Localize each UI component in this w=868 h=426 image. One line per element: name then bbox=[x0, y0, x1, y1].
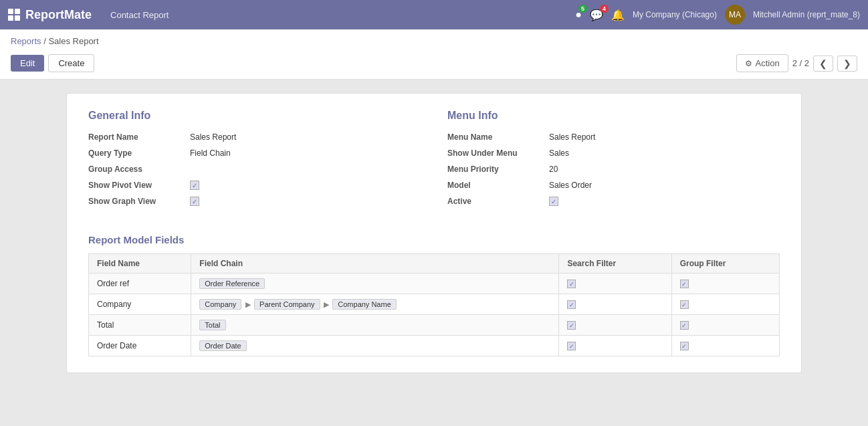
bell-icon[interactable]: 🔔 bbox=[611, 9, 625, 21]
cell-field-chain: Order Date bbox=[191, 336, 559, 356]
label-show-pivot: Show Pivot View bbox=[88, 181, 182, 190]
toolbar-area: Reports / Sales Report Edit Create ⚙ Act… bbox=[0, 29, 868, 80]
group-filter-check: ✓ bbox=[680, 280, 689, 288]
value-query-type: Field Chain bbox=[190, 148, 231, 158]
field-group-access: Group Access bbox=[88, 165, 421, 174]
breadcrumb-parent[interactable]: Reports bbox=[11, 36, 41, 46]
pagination: 2 / 2 ❮ ❯ bbox=[792, 56, 857, 72]
contact-report-menu[interactable]: Contact Report bbox=[105, 7, 174, 23]
field-model: Model Sales Order bbox=[447, 181, 780, 190]
table-row: Order Date Order Date ✓ ✓ bbox=[89, 336, 780, 356]
field-active: Active ✓ bbox=[447, 197, 780, 206]
chain-tag: Order Date bbox=[199, 340, 246, 351]
cell-search-filter: ✓ bbox=[559, 336, 671, 356]
label-model: Model bbox=[447, 181, 541, 190]
table-row: Order ref Order Reference ✓ ✓ bbox=[89, 274, 780, 294]
checkbox-active: ✓ bbox=[549, 197, 558, 206]
label-query-type: Query Type bbox=[88, 148, 182, 158]
menu-info-col: Menu Info Menu Name Sales Report Show Un… bbox=[447, 110, 780, 213]
user-name: Mitchell Admin (reprt_mate_8) bbox=[753, 10, 860, 19]
field-report-name: Report Name Sales Report bbox=[88, 132, 421, 142]
table-header-row: Field Name Field Chain Search Filter Gro… bbox=[89, 254, 780, 274]
col-field-name: Field Name bbox=[89, 254, 191, 274]
app-name: ReportMate bbox=[25, 8, 92, 22]
label-group-access: Group Access bbox=[88, 165, 182, 174]
cell-field-name: Order Date bbox=[89, 336, 191, 356]
cell-field-chain: Company ▶ Parent Company ▶ Company Name bbox=[191, 294, 559, 315]
info-columns: General Info Report Name Sales Report Qu… bbox=[88, 110, 780, 213]
general-info-title: General Info bbox=[88, 110, 421, 122]
chain-tag: Parent Company bbox=[254, 299, 320, 310]
main-content: General Info Report Name Sales Report Qu… bbox=[0, 80, 868, 387]
col-group-filter: Group Filter bbox=[671, 254, 779, 274]
next-button[interactable]: ❯ bbox=[837, 56, 857, 72]
topnav-right: ● 5 💬 4 🔔 My Company (Chicago) MA Mitche… bbox=[575, 5, 860, 25]
cell-search-filter: ✓ bbox=[559, 274, 671, 294]
search-filter-check: ✓ bbox=[567, 300, 576, 309]
search-filter-check: ✓ bbox=[567, 280, 576, 288]
action-button[interactable]: ⚙ Action bbox=[736, 54, 788, 72]
prev-button[interactable]: ❮ bbox=[813, 56, 833, 72]
col-field-chain: Field Chain bbox=[191, 254, 559, 274]
menu-info-title: Menu Info bbox=[447, 110, 780, 122]
breadcrumb-current: Sales Report bbox=[48, 36, 98, 46]
cell-field-chain: Total bbox=[191, 315, 559, 336]
label-show-under-menu: Show Under Menu bbox=[447, 148, 541, 158]
notifications-icon[interactable]: ● 5 bbox=[575, 9, 582, 21]
report-model-table: Field Name Field Chain Search Filter Gro… bbox=[88, 253, 780, 356]
main-card: General Info Report Name Sales Report Qu… bbox=[66, 93, 802, 373]
search-filter-check: ✓ bbox=[567, 342, 576, 350]
label-report-name: Report Name bbox=[88, 132, 182, 142]
cell-field-name: Company bbox=[89, 294, 191, 315]
checkbox-show-graph: ✓ bbox=[190, 197, 199, 206]
field-query-type: Query Type Field Chain bbox=[88, 148, 421, 158]
cell-search-filter: ✓ bbox=[559, 315, 671, 336]
cell-field-chain: Order Reference bbox=[191, 274, 559, 294]
cell-group-filter: ✓ bbox=[671, 315, 779, 336]
company-name: My Company (Chicago) bbox=[633, 10, 717, 19]
label-menu-name: Menu Name bbox=[447, 132, 541, 142]
value-report-name: Sales Report bbox=[190, 132, 236, 142]
chain-arrow-icon: ▶ bbox=[245, 300, 251, 308]
value-menu-priority: 20 bbox=[549, 165, 558, 174]
field-menu-priority: Menu Priority 20 bbox=[447, 165, 780, 174]
label-menu-priority: Menu Priority bbox=[447, 165, 541, 174]
report-model-fields-section: Report Model Fields Field Name Field Cha… bbox=[88, 234, 780, 356]
avatar[interactable]: MA bbox=[725, 5, 745, 25]
general-info-col: General Info Report Name Sales Report Qu… bbox=[88, 110, 421, 213]
cell-group-filter: ✓ bbox=[671, 336, 779, 356]
value-show-under-menu: Sales bbox=[549, 148, 569, 158]
checkbox-show-pivot: ✓ bbox=[190, 181, 199, 190]
value-menu-name: Sales Report bbox=[549, 132, 595, 142]
edit-button[interactable]: Edit bbox=[11, 55, 44, 72]
notification-badge: 5 bbox=[578, 5, 587, 13]
group-filter-check: ✓ bbox=[680, 342, 689, 350]
breadcrumb-separator: / bbox=[43, 36, 46, 46]
table-row: Company Company ▶ Parent Company ▶ Compa… bbox=[89, 294, 780, 315]
app-logo[interactable]: ReportMate bbox=[8, 8, 92, 22]
chain-arrow-icon: ▶ bbox=[324, 300, 329, 308]
label-active: Active bbox=[447, 197, 541, 206]
chain-tag: Company Name bbox=[332, 299, 396, 310]
report-model-fields-title: Report Model Fields bbox=[88, 234, 780, 245]
pagination-text: 2 / 2 bbox=[792, 58, 809, 68]
create-button[interactable]: Create bbox=[48, 54, 94, 72]
group-filter-check: ✓ bbox=[680, 300, 689, 309]
label-show-graph: Show Graph View bbox=[88, 197, 182, 206]
cell-field-name: Order ref bbox=[89, 274, 191, 294]
field-show-graph: Show Graph View ✓ bbox=[88, 197, 421, 206]
messages-icon[interactable]: 💬 4 bbox=[590, 9, 603, 21]
field-menu-name: Menu Name Sales Report bbox=[447, 132, 780, 142]
chain-tag: Order Reference bbox=[199, 278, 265, 289]
btn-row: Edit Create ⚙ Action 2 / 2 ❮ ❯ bbox=[11, 50, 857, 79]
field-show-pivot: Show Pivot View ✓ bbox=[88, 181, 421, 190]
table-row: Total Total ✓ ✓ bbox=[89, 315, 780, 336]
group-filter-check: ✓ bbox=[680, 321, 689, 330]
cell-field-name: Total bbox=[89, 315, 191, 336]
chain-tag: Company bbox=[199, 299, 241, 310]
value-model: Sales Order bbox=[549, 181, 592, 190]
cell-group-filter: ✓ bbox=[671, 274, 779, 294]
cell-group-filter: ✓ bbox=[671, 294, 779, 315]
messages-badge: 4 bbox=[600, 5, 609, 13]
field-show-under-menu: Show Under Menu Sales bbox=[447, 148, 780, 158]
